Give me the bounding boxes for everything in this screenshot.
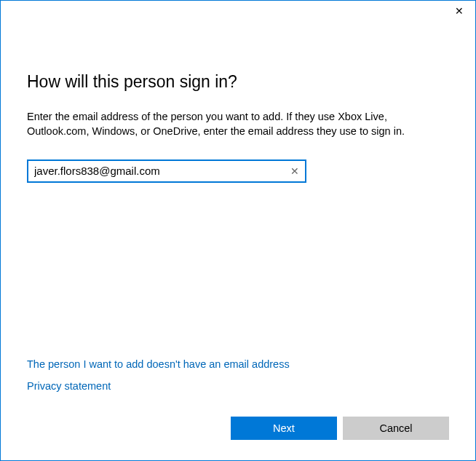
- titlebar: ✕: [1, 1, 475, 23]
- clear-icon: ✕: [290, 165, 299, 177]
- spacer: [27, 183, 449, 358]
- content-area: How will this person sign in? Enter the …: [1, 23, 475, 417]
- cancel-button[interactable]: Cancel: [343, 417, 449, 440]
- dialog-window: ✕ How will this person sign in? Enter th…: [0, 0, 476, 461]
- page-heading: How will this person sign in?: [27, 72, 449, 92]
- close-icon: ✕: [455, 5, 464, 17]
- next-button[interactable]: Next: [231, 417, 337, 440]
- clear-input-button[interactable]: ✕: [287, 164, 302, 178]
- description-text: Enter the email address of the person yo…: [27, 109, 449, 139]
- privacy-statement-link[interactable]: Privacy statement: [27, 380, 449, 392]
- close-button[interactable]: ✕: [443, 1, 475, 21]
- no-email-link[interactable]: The person I want to add doesn't have an…: [27, 358, 449, 370]
- links-section: The person I want to add doesn't have an…: [27, 358, 449, 402]
- footer-buttons: Next Cancel: [1, 417, 475, 460]
- email-input[interactable]: [27, 159, 306, 183]
- email-input-wrapper: ✕: [27, 159, 306, 183]
